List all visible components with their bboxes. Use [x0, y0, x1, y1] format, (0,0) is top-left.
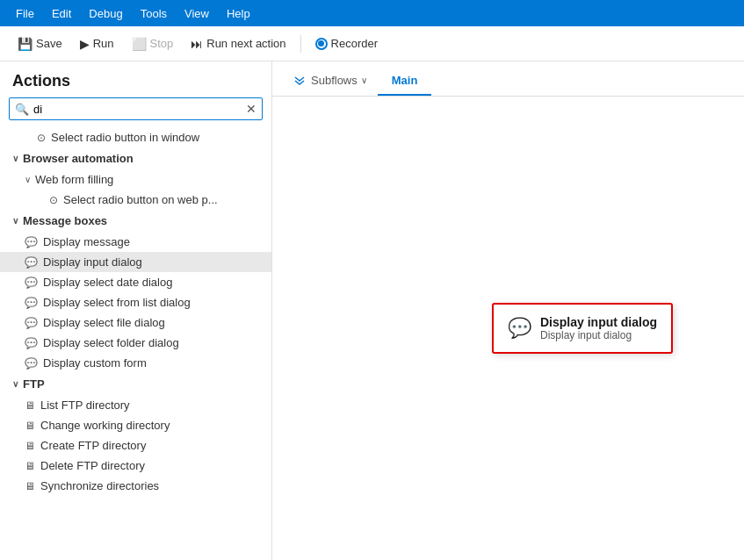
run-next-button[interactable]: ⏭ Run next action	[184, 33, 293, 54]
menu-help[interactable]: Help	[218, 4, 259, 24]
monitor-icon: 🖥	[25, 420, 35, 432]
sidebar-title: Actions	[0, 61, 271, 97]
clear-search-icon[interactable]: ✕	[246, 102, 256, 116]
tab-subflows[interactable]: Subflows ∨	[283, 67, 378, 96]
search-icon: 🔍	[15, 103, 29, 116]
sidebar-scroll: ⊙ Select radio button in window ∨ Browse…	[0, 127, 271, 560]
chat-icon: 💬	[25, 317, 38, 329]
section-message-boxes[interactable]: ∨ Message boxes	[0, 210, 271, 232]
list-item[interactable]: ⊙ Select radio button on web p...	[0, 190, 271, 210]
step-icon: ⏭	[191, 37, 203, 51]
section-browser-automation[interactable]: ∨ Browser automation	[0, 147, 271, 169]
tooltip-title: Display input dialog	[540, 315, 657, 329]
menu-edit[interactable]: Edit	[43, 4, 80, 24]
radio-icon: ⊙	[49, 194, 58, 206]
chat-icon: 💬	[25, 256, 38, 269]
list-item-delete-ftp[interactable]: 🖥 Delete FTP directory	[0, 456, 271, 476]
chat-icon: 💬	[25, 357, 38, 370]
monitor-icon: 🖥	[25, 480, 35, 492]
main-layout: Actions 🔍 ✕ ⊙ Select radio button in win…	[0, 61, 744, 560]
list-item-display-select-folder[interactable]: 💬 Display select folder dialog	[0, 333, 271, 353]
list-item-display-select-date[interactable]: 💬 Display select date dialog	[0, 272, 271, 292]
run-button[interactable]: ▶ Run	[73, 33, 121, 54]
search-input[interactable]	[33, 103, 246, 116]
search-box: 🔍 ✕	[9, 97, 263, 120]
list-item-list-ftp[interactable]: 🖥 List FTP directory	[0, 395, 271, 415]
toolbar: 💾 Save ▶ Run ⬜ Stop ⏭ Run next action Re…	[0, 26, 744, 61]
monitor-icon: 🖥	[25, 399, 35, 412]
chevron-down-icon: ∨	[25, 175, 31, 184]
chevron-down-icon: ∨	[361, 75, 367, 85]
chat-icon: 💬	[25, 236, 38, 248]
tooltip-content: Display input dialog Display input dialo…	[540, 315, 657, 341]
menu-debug[interactable]: Debug	[80, 4, 131, 24]
chevron-down-icon: ∨	[12, 154, 18, 163]
stop-button[interactable]: ⬜ Stop	[125, 33, 181, 54]
list-item[interactable]: ⊙ Select radio button in window	[0, 127, 271, 147]
toolbar-separator	[300, 35, 301, 53]
menu-tools[interactable]: Tools	[132, 4, 176, 24]
sidebar: Actions 🔍 ✕ ⊙ Select radio button in win…	[0, 61, 272, 560]
tab-main[interactable]: Main	[378, 67, 432, 96]
subsection-web-form-filling[interactable]: ∨ Web form filling	[0, 169, 271, 190]
chevron-down-icon: ∨	[12, 379, 18, 389]
list-item-display-select-file[interactable]: 💬 Display select file dialog	[0, 312, 271, 333]
section-ftp[interactable]: ∨ FTP	[0, 373, 271, 395]
monitor-icon: 🖥	[25, 460, 35, 472]
tooltip-subtitle: Display input dialog	[540, 329, 657, 341]
radio-icon: ⊙	[37, 132, 46, 144]
list-item-sync-dirs[interactable]: 🖥 Synchronize directories	[0, 476, 271, 496]
stop-icon: ⬜	[132, 37, 147, 51]
menu-bar: File Edit Debug Tools View Help	[0, 0, 744, 26]
tabs-bar: Subflows ∨ Main	[272, 61, 744, 97]
monitor-icon: 🖥	[25, 440, 35, 452]
recorder-button[interactable]: Recorder	[308, 33, 385, 54]
tooltip-chat-icon: 💬	[508, 317, 531, 340]
save-icon: 💾	[18, 37, 33, 51]
recorder-icon	[315, 38, 328, 50]
save-button[interactable]: 💾 Save	[11, 33, 69, 54]
subflows-icon	[293, 75, 306, 87]
list-item-display-custom-form[interactable]: 💬 Display custom form	[0, 353, 271, 373]
right-panel: Subflows ∨ Main 💬 Display input dialog D…	[272, 61, 744, 560]
chat-icon: 💬	[25, 297, 38, 309]
chat-icon: 💬	[25, 337, 38, 349]
list-item-create-ftp[interactable]: 🖥 Create FTP directory	[0, 435, 271, 456]
run-icon: ▶	[80, 37, 90, 51]
menu-view[interactable]: View	[176, 4, 218, 24]
action-tooltip-popup: 💬 Display input dialog Display input dia…	[492, 303, 673, 354]
list-item-change-dir[interactable]: 🖥 Change working directory	[0, 415, 271, 435]
chevron-down-icon: ∨	[12, 216, 18, 226]
list-item-display-message[interactable]: 💬 Display message	[0, 232, 271, 252]
chat-icon: 💬	[25, 276, 38, 289]
list-item-display-select-list[interactable]: 💬 Display select from list dialog	[0, 292, 271, 312]
list-item-display-input-dialog[interactable]: 💬 Display input dialog	[0, 252, 271, 272]
menu-file[interactable]: File	[7, 4, 43, 24]
